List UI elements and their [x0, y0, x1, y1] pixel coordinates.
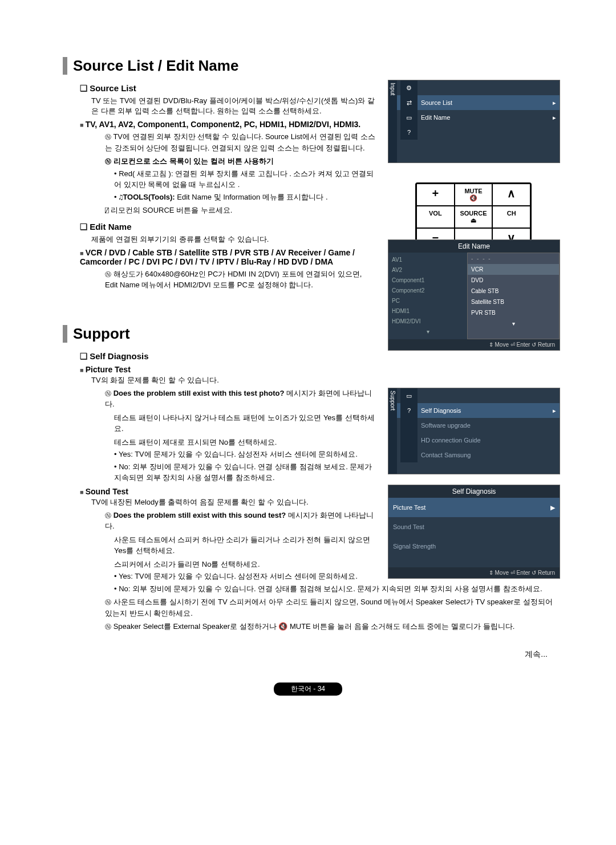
picture-test-q: Ⓝ Does the problem still exist with this…: [105, 388, 376, 410]
gear-icon: ⚙: [400, 80, 418, 95]
mute-button[interactable]: MUTE🔇: [455, 184, 493, 206]
note-tools-text: Edit Name 및 Information 메뉴를 표시합니다 .: [177, 193, 327, 201]
osd-item-hd-guide[interactable]: HD connection Guide: [418, 437, 556, 444]
osd-selfdiag-title: Self Diagnosis: [388, 485, 560, 498]
chevron-right-icon: ▸: [553, 407, 556, 415]
chevron-right-icon: ▸: [553, 99, 556, 107]
sound-test-note2-text: 사운드 테스트를 실시하기 전에 TV 스피커에서 아무 소리도 들리지 않으면…: [105, 598, 553, 618]
self-diagnosis-heading: Self Diagnosis: [80, 351, 559, 361]
osd-opt-satellite-stb[interactable]: Satellite STB: [471, 299, 504, 305]
osd-src-component2[interactable]: Component2: [392, 286, 464, 296]
ch-up-button[interactable]: ∧: [492, 184, 530, 206]
sound-test-l2: 스피커에서 소리가 들리면 No를 선택하세요.: [114, 559, 376, 570]
osd-src-pc[interactable]: PC: [392, 296, 464, 306]
osd-selfdiag-picture-test[interactable]: Picture Test: [393, 504, 425, 511]
osd-src-hdmi2dvi[interactable]: HDMI2/DVI: [392, 316, 464, 327]
note-connected-only-text: TV에 연결된 외부 장치만 선택할 수 있습니다. Source List에서…: [105, 132, 375, 152]
picture-test-l2: 테스트 패턴이 제대로 표시되면 No를 선택하세요.: [114, 437, 376, 448]
edit-name-note: Ⓝ 해상도가 640x480@60Hz인 PC가 HDMI IN 2(DVI) …: [105, 269, 376, 291]
source-label: SOURCE: [460, 210, 487, 217]
source-icon: ⇄: [400, 95, 418, 110]
picture-test-l1: 테스트 패턴이 나타나지 않거나 테스트 패턴에 노이즈가 있으면 Yes를 선…: [114, 412, 376, 434]
play-icon: ▶: [550, 504, 555, 511]
support-icon: ▭: [400, 388, 418, 403]
sound-test-desc: TV에 내장된 Melody를 출력하여 음질 문제를 확인 할 수 있습니다.: [91, 497, 376, 507]
osd-opt-none[interactable]: - - - -: [471, 255, 492, 262]
osd-src-av2[interactable]: AV2: [392, 265, 464, 275]
picture-test-desc: TV의 화질 문제를 확인 할 수 있습니다.: [91, 375, 376, 385]
osd-src-component1[interactable]: Component1: [392, 275, 464, 286]
osd-item-software-upgrade[interactable]: Software upgrade: [418, 422, 556, 429]
osd-src-hdmi1[interactable]: HDMI1: [392, 306, 464, 316]
ch-label: CH: [492, 206, 530, 228]
osd-selfdiag-signal-strength[interactable]: Signal Strength: [393, 543, 436, 550]
edit-icon: ▭: [400, 110, 418, 125]
vol-label: VOL: [416, 206, 455, 228]
chevron-right-icon: ▸: [553, 114, 556, 121]
source-list-desc: TV 또는 TV에 연결된 DVD/Blu-Ray 플레이어/케이블 박스/위성…: [91, 96, 376, 116]
osd-item-edit-name[interactable]: Edit Name: [418, 114, 553, 121]
note-tools-prefix: TOOLS(Tools):: [123, 193, 177, 201]
sound-test-note3-text: Speaker Select를 External Speaker로 설정하거나 …: [114, 622, 515, 631]
note-source-button: ⍁ 리모컨의 SOURCE 버튼을 누르세요.: [105, 205, 376, 216]
osd-input-menu: Input ⚙ ⇄Source List▸ ▭Edit Name▸ ?: [388, 80, 560, 163]
picture-test-h: Picture Test: [80, 365, 365, 374]
osd-self-diagnosis: Self Diagnosis Picture Test▶ Sound Test …: [388, 485, 560, 579]
osd-edit-submenu: - - - - VCR DVD Cable STB Satellite STB …: [467, 253, 560, 339]
osd-support-tab: Support: [388, 388, 397, 474]
note-tools: ♫TOOLS(Tools): Edit Name 및 Information 메…: [114, 192, 376, 203]
page-number: 한국어 - 34: [274, 682, 342, 696]
osd-src-av1[interactable]: AV1: [392, 255, 464, 265]
osd-opt-pvr-stb[interactable]: PVR STB: [471, 310, 496, 316]
osd-item-source-list[interactable]: Source List: [418, 99, 553, 106]
sound-test-q: Ⓝ Does the problem still exist with this…: [105, 510, 376, 532]
note-red-refresh: Red( 새로고침 ): 연결된 외부 장치를 새로 고칩니다 . 소스가 켜져…: [114, 168, 376, 190]
osd-edit-name-title: Edit Name: [388, 240, 560, 253]
osd-opt-dvd[interactable]: DVD: [471, 277, 483, 283]
osd-opt-vcr[interactable]: VCR: [471, 266, 483, 273]
picture-test-q-bold: Does the problem still exist with this t…: [114, 389, 285, 397]
sound-test-q-bold: Does the problem still exist with this s…: [114, 511, 286, 519]
picture-test-yes: Yes: TV에 문제가 있을 수 있습니다. 삼성전자 서비스 센터에 문의하…: [114, 449, 376, 460]
osd-selfdiag-sound-test[interactable]: Sound Test: [393, 523, 424, 530]
note-source-button-text: 리모컨의 SOURCE 버튼을 누르세요.: [111, 206, 232, 214]
help-icon: ?: [400, 125, 418, 140]
note-connected-only: Ⓝ TV에 연결된 외부 장치만 선택할 수 있습니다. Source List…: [105, 131, 376, 153]
osd-item-self-diagnosis[interactable]: Self Diagnosis: [418, 407, 553, 414]
osd-edit-footer: ⇕ Move ⏎ Enter ↺ Return: [388, 339, 560, 350]
osd-edit-name: Edit Name AV1 AV2 Component1 Component2 …: [388, 239, 560, 351]
sources-list: TV, AV1, AV2, Component1, Component2, PC…: [80, 120, 365, 129]
mute-label: MUTE: [464, 188, 482, 194]
note-color-buttons-h: Ⓝ 리모컨으로 소스 목록이 있는 컬러 버튼 사용하기: [105, 156, 376, 167]
osd-opt-cable-stb[interactable]: Cable STB: [471, 288, 499, 294]
source-button[interactable]: SOURCE⏏: [455, 206, 493, 228]
sound-test-note2: Ⓝ 사운드 테스트를 실시하기 전에 TV 스피커에서 아무 소리도 들리지 않…: [105, 596, 559, 619]
picture-test-no: No: 외부 장비에 문제가 있을 수 있습니다. 연결 상태를 점검해 보세요…: [114, 461, 376, 484]
osd-input-tab: Input: [388, 80, 397, 162]
sound-test-no: No: 외부 장비에 문제가 있을 수 있습니다. 연결 상태를 점검해 보십시…: [114, 583, 559, 595]
osd-selfdiag-footer: ⇕ Move ⏎ Enter ↺ Return: [388, 567, 560, 578]
help-icon: ?: [400, 403, 418, 418]
chevron-down-icon: ▾: [512, 320, 515, 327]
section-title-source: Source List / Edit Name: [63, 57, 559, 75]
continued-label: 계속...: [57, 649, 559, 660]
edit-name-desc: 제품에 연결된 외부기기의 종류를 선택할 수 있습니다.: [91, 234, 376, 245]
sound-test-l1: 사운드 테스트에서 스피커 하나만 소리가 들리거나 소리가 전혀 들리지 않으…: [114, 534, 376, 556]
vol-up-button[interactable]: +: [416, 184, 455, 206]
osd-support-menu: Support ▭ ?Self Diagnosis▸ Software upgr…: [388, 388, 560, 474]
osd-item-contact-samsung[interactable]: Contact Samsung: [418, 452, 556, 458]
note-color-buttons-h-text: 리모컨으로 소스 목록이 있는 컬러 버튼 사용하기: [114, 157, 274, 165]
edit-name-devices: VCR / DVD / Cable STB / Satellite STB / …: [80, 248, 365, 266]
edit-name-note-text: 해상도가 640x480@60Hz인 PC가 HDMI IN 2(DVI) 포트…: [105, 270, 362, 290]
sound-test-note3: Ⓝ Speaker Select를 External Speaker로 설정하거…: [105, 621, 559, 632]
note-red-refresh-text: Red( 새로고침 ): 연결된 외부 장치를 새로 고칩니다 . 소스가 켜져…: [114, 169, 374, 189]
sound-test-h: Sound Test: [80, 487, 365, 496]
chevron-down-icon: ▾: [392, 327, 464, 337]
